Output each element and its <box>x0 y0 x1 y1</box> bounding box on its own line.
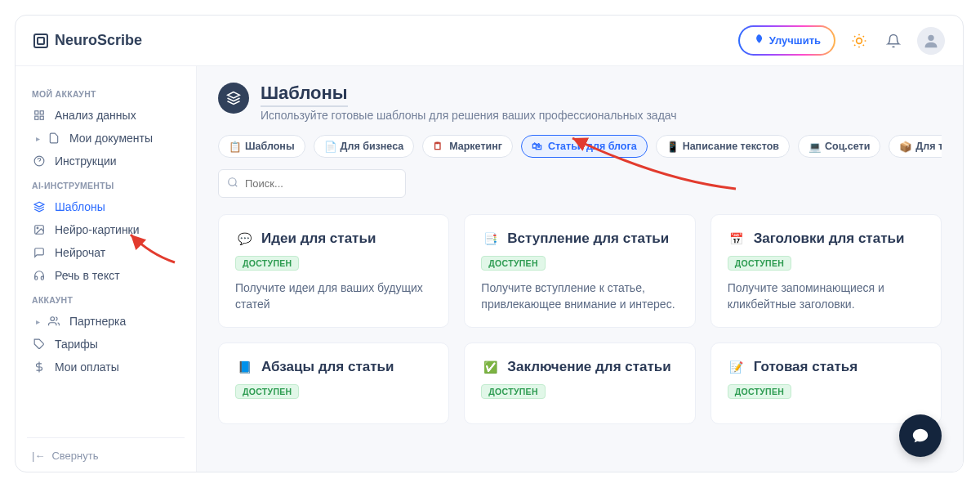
status-badge: ДОСТУПЕН <box>235 384 299 399</box>
comment-icon: 💬 <box>235 230 253 248</box>
status-badge: ДОСТУПЕН <box>481 384 545 399</box>
note-icon: 📝 <box>728 358 746 376</box>
headphones-icon <box>32 270 47 281</box>
upgrade-button[interactable]: Улучшить <box>740 27 834 54</box>
search-input[interactable] <box>245 177 397 190</box>
avatar[interactable] <box>917 27 945 55</box>
sidebar-item-label: Инструкции <box>55 154 117 168</box>
pill-social[interactable]: 💻Соц.сети <box>798 135 880 158</box>
laptop-icon: 💻 <box>808 141 820 152</box>
card-title: Заключение для статьи <box>507 359 670 375</box>
app-shell: NeuroScribe Улучшить <box>15 15 964 472</box>
cards-grid: 💬 Идеи для статьи ДОСТУПЕН Получите идеи… <box>218 214 942 424</box>
sidebar-item-label: Нейро-картинки <box>55 223 140 236</box>
chat-fab[interactable] <box>899 414 942 457</box>
bag-icon: 🛍 <box>532 141 543 152</box>
brand-logo[interactable]: NeuroScribe <box>33 32 142 49</box>
pill-writing[interactable]: 📱Написание текстов <box>656 135 790 158</box>
check-icon: ✅ <box>481 358 499 376</box>
sidebar-section-acc: АККАУНТ <box>32 295 180 305</box>
help-icon <box>32 155 47 167</box>
sidebar-item-label: Мои оплаты <box>55 360 119 374</box>
main-area: МОЙ АККАУНТ Анализ данных ▸ Мои документ… <box>16 66 963 472</box>
sidebar-item-images[interactable]: Нейро-картинки <box>27 218 185 241</box>
chat-icon <box>32 247 47 258</box>
sidebar-item-chat[interactable]: Нейрочат <box>27 241 185 264</box>
sidebar-item-documents[interactable]: ▸ Мои документы <box>27 127 185 150</box>
svg-rect-5 <box>40 116 43 119</box>
card-title: Абзацы для статьи <box>261 359 394 375</box>
sidebar-item-label: Анализ данных <box>55 109 136 122</box>
svg-point-10 <box>51 317 55 321</box>
sidebar-item-analytics[interactable]: Анализ данных <box>27 104 185 127</box>
svg-marker-13 <box>228 92 240 99</box>
layers-circle-icon <box>218 83 249 114</box>
pill-marketing[interactable]: 🗒Маркетинг <box>422 135 513 158</box>
megaphone-icon: 🗒 <box>433 141 444 152</box>
svg-line-15 <box>235 185 238 187</box>
card-desc: Получите запоминающиеся и кликбейтные за… <box>728 280 924 312</box>
users-icon <box>47 316 61 327</box>
card-desc: Получите идеи для ваших будущих статей <box>235 280 432 312</box>
sidebar-item-payments[interactable]: Мои оплаты <box>27 356 185 378</box>
clipboard-icon: 📋 <box>229 141 240 152</box>
sidebar: МОЙ АККАУНТ Анализ данных ▸ Мои документ… <box>16 66 197 472</box>
upgrade-label: Улучшить <box>769 34 821 47</box>
topbar-actions: Улучшить <box>738 25 945 56</box>
card-title: Готовая статья <box>754 359 858 375</box>
pill-business[interactable]: 📄Для бизнеса <box>314 135 415 158</box>
card-conclusion[interactable]: ✅ Заключение для статьи ДОСТУПЕН <box>464 342 695 424</box>
calendar-icon: 📅 <box>728 230 746 248</box>
sidebar-collapse[interactable]: |← Свернуть <box>27 437 185 463</box>
svg-rect-3 <box>40 111 43 114</box>
tag-icon <box>32 338 47 350</box>
chevron-right-icon: ▸ <box>30 134 45 143</box>
filter-pills: 📋Шаблоны 📄Для бизнеса 🗒Маркетинг 🛍Статьи… <box>218 135 942 158</box>
notifications-button[interactable] <box>883 30 904 51</box>
card-ideas[interactable]: 💬 Идеи для статьи ДОСТУПЕН Получите идеи… <box>218 214 449 328</box>
pill-blog[interactable]: 🛍Статьи для блога <box>521 135 648 158</box>
svg-rect-4 <box>35 116 38 119</box>
collapse-icon: |← <box>32 450 45 462</box>
phone-icon: 📱 <box>666 141 678 152</box>
image-icon <box>32 224 47 235</box>
card-headlines[interactable]: 📅 Заголовки для статьи ДОСТУПЕН Получите… <box>710 214 942 328</box>
sidebar-item-label: Тарифы <box>55 338 98 351</box>
sidebar-item-instructions[interactable]: Инструкции <box>27 150 185 172</box>
topbar: NeuroScribe Улучшить <box>16 16 963 66</box>
theme-toggle[interactable] <box>849 30 870 51</box>
sidebar-item-partner[interactable]: ▸ Партнерка <box>27 310 185 333</box>
svg-point-1 <box>928 34 933 40</box>
svg-point-14 <box>229 178 236 186</box>
svg-point-9 <box>37 227 38 229</box>
svg-point-0 <box>857 38 862 43</box>
sidebar-item-speech[interactable]: Речь в текст <box>27 264 185 287</box>
sidebar-item-label: Партнерка <box>69 315 126 328</box>
search-box[interactable] <box>218 169 406 198</box>
card-title: Заголовки для статьи <box>754 231 905 247</box>
card-intro[interactable]: 📑 Вступление для статьи ДОСТУПЕН Получит… <box>464 214 695 328</box>
sidebar-item-tariffs[interactable]: Тарифы <box>27 333 185 356</box>
card-title: Вступление для статьи <box>507 231 669 247</box>
pill-templates[interactable]: 📋Шаблоны <box>218 135 305 158</box>
page-subtitle: Используйте готовые шаблоны для решения … <box>261 109 677 122</box>
sidebar-section-account: МОЙ АККАУНТ <box>32 89 180 99</box>
card-desc: Получите вступление к статье, привлекающ… <box>481 280 678 312</box>
sidebar-item-label: Мои документы <box>69 132 153 145</box>
rocket-icon <box>753 34 764 47</box>
card-paragraphs[interactable]: 📘 Абзацы для статьи ДОСТУПЕН <box>218 342 449 424</box>
logo-icon <box>33 34 48 48</box>
status-badge: ДОСТУПЕН <box>481 256 545 271</box>
collapse-label: Свернуть <box>51 450 98 462</box>
brand-text-2: Scribe <box>97 32 142 48</box>
page-header: Шаблоны Используйте готовые шаблоны для … <box>218 83 942 122</box>
pill-products[interactable]: 📦Для товаров <box>889 135 942 158</box>
card-title: Идеи для статьи <box>261 231 376 247</box>
content: Шаблоны Используйте готовые шаблоны для … <box>197 66 963 472</box>
status-badge: ДОСТУПЕН <box>235 256 299 271</box>
card-full-article[interactable]: 📝 Готовая статья ДОСТУПЕН <box>710 342 942 424</box>
svg-rect-2 <box>35 111 38 114</box>
layers-icon <box>32 201 47 213</box>
sidebar-item-templates[interactable]: Шаблоны <box>27 195 185 218</box>
upgrade-button-wrap: Улучшить <box>738 25 835 56</box>
